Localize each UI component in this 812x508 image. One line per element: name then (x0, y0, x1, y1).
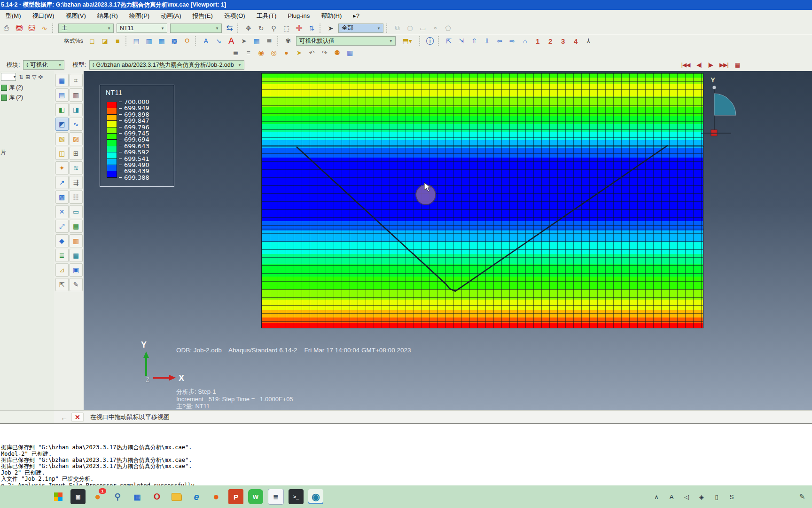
toolbox-button[interactable]: ▤ (55, 88, 69, 102)
tray-pen-icon[interactable]: ✎ (797, 492, 807, 502)
plot-undeformed-icon[interactable]: ▤ (131, 35, 142, 47)
toolbox-button[interactable]: ⇱ (55, 278, 69, 291)
start-button[interactable]: ⊞ (51, 489, 66, 504)
view-preset-2-button[interactable]: 2 (545, 35, 556, 47)
color-code-palette-icon[interactable]: ✾ (282, 35, 294, 47)
app-notepad-button[interactable]: ≣ (268, 489, 284, 505)
tree-pin-icon[interactable]: ✜ (37, 73, 44, 81)
message-log[interactable]: 据库已保存到 "G:\bzhan aba\2023.3.17热力耦合仿真分析\m… (0, 423, 812, 485)
menu-item[interactable]: 工具(T) (251, 10, 282, 22)
annotate-label-icon[interactable]: A (200, 35, 212, 47)
free-body-icon[interactable]: Ω (181, 35, 193, 47)
toolbox-button[interactable]: ⌗ (70, 74, 83, 87)
menu-item[interactable]: 型(M) (0, 10, 27, 22)
model-combo[interactable]: ▴▾ G:/bzhan aba/2023.3.17热力耦合仿真分析/Job-2.… (89, 60, 244, 70)
triad-toggle-icon[interactable]: ⅄ (583, 35, 594, 47)
module-combo[interactable]: ▴▾ 可视化 ▾ (23, 60, 64, 70)
viewport-canvas[interactable]: NT11 700.000699.949699.898699.847699.796… (84, 71, 812, 410)
toolbox-button[interactable]: ▣ (70, 263, 83, 277)
select-cursor-icon[interactable]: ➤ (325, 23, 336, 34)
create-path-icon[interactable]: ≡ (242, 47, 254, 58)
toolbox-button[interactable]: ✦ (55, 161, 69, 175)
toolbox-button[interactable]: ◆ (55, 234, 69, 247)
app-browser-button[interactable]: ● 1 (90, 489, 105, 504)
toolbox-button[interactable]: ✎ (70, 278, 83, 291)
previous-frame-button[interactable]: ◀| (695, 61, 703, 69)
save-model-database-icon[interactable]: ⛃ (13, 23, 25, 34)
toolbox-button[interactable]: ▨ (70, 132, 83, 145)
toolbox-button[interactable]: ✕ (55, 205, 69, 218)
toolbox-button[interactable]: ⇶ (70, 176, 83, 189)
wireframe-render-icon[interactable]: ◻ (86, 35, 98, 47)
annotate-select-icon[interactable]: ➤ (238, 35, 250, 47)
app-edge-button[interactable]: e (189, 489, 204, 504)
app-powerpoint-button[interactable]: P (228, 489, 243, 504)
pan-view-icon[interactable]: ✥ (242, 23, 254, 34)
app-abaqus-button[interactable]: ◉ (308, 489, 323, 504)
menu-item[interactable]: 帮助(H) (315, 10, 347, 22)
view-top-icon[interactable]: ⇧ (468, 35, 480, 47)
color-cube-menu-icon[interactable]: ⬒▾ (398, 35, 417, 47)
tray-volume-icon[interactable]: ◁ (681, 492, 692, 502)
redo-icon[interactable]: ↷ (319, 47, 330, 58)
menu-item[interactable]: 报告(E) (187, 10, 219, 22)
tree-scope-combo[interactable]: ▾ (1, 73, 16, 81)
plot-contour-icon[interactable]: ▦ (156, 35, 168, 47)
toolbox-button[interactable]: ∿ (70, 118, 83, 131)
toolbox-button[interactable]: ▧ (55, 132, 69, 145)
menu-item[interactable]: 结果(R) (92, 10, 124, 22)
toolbox-button[interactable]: ⤢ (55, 220, 69, 233)
field-output-combo[interactable]: NT11▾ (117, 24, 167, 33)
tree-item[interactable]: 库 (2) (0, 83, 54, 93)
view-right-icon[interactable]: ⇨ (507, 35, 518, 47)
view-left-icon[interactable]: ⇦ (494, 35, 506, 47)
toolbox-button[interactable]: ▥ (70, 88, 83, 102)
annotate-text-icon[interactable]: A (226, 35, 237, 47)
stream-icon[interactable]: ⚉ (331, 47, 343, 58)
view-preset-1-button[interactable]: 1 (532, 35, 544, 47)
search-button[interactable]: ⚲ (110, 489, 125, 504)
tray-skype-icon[interactable]: S (726, 492, 737, 502)
primary-variable-combo[interactable]: 主▾ (58, 24, 114, 33)
annotation-list-icon[interactable]: ≣ (264, 35, 275, 47)
toolbox-button[interactable]: ≣ (55, 249, 69, 262)
tray-chevron-icon[interactable]: ∧ (651, 492, 662, 502)
tray-ime-icon[interactable]: A (666, 492, 677, 502)
toolbox-button[interactable]: ⊿ (55, 263, 69, 277)
toolbox-button[interactable]: ▤ (70, 220, 83, 233)
result-table-icon[interactable]: ▦ (344, 47, 356, 58)
app-grid-button[interactable]: ▦ (130, 489, 145, 504)
app-opera-button[interactable]: O (149, 489, 164, 504)
boolean-intersect-icon[interactable]: ◎ (268, 47, 280, 58)
app-wechat-button[interactable]: W (248, 489, 263, 504)
annotate-arrow-icon[interactable]: ↘ (213, 35, 225, 47)
fit-view-icon[interactable]: ✛ (293, 23, 305, 34)
view-bottom-icon[interactable]: ⇩ (481, 35, 493, 47)
print-icon[interactable]: ⎙ (0, 23, 12, 34)
query-info-icon[interactable]: ⓘ (424, 35, 436, 47)
toolbox-button[interactable]: ◫ (55, 147, 69, 160)
toolbox-button[interactable]: ▭ (70, 205, 83, 218)
xy-plot-icon[interactable]: ∿ (39, 23, 50, 34)
rotate-view-icon[interactable]: ↻ (255, 23, 267, 34)
box-zoom-icon[interactable]: ⬚ (281, 23, 292, 34)
menu-item[interactable]: 动画(A) (155, 10, 187, 22)
toolbox-button[interactable]: ☷ (70, 190, 83, 204)
contour-plot[interactable] (261, 73, 703, 328)
menu-item[interactable]: 视口(W) (27, 10, 60, 22)
boolean-union-icon[interactable]: ◉ (255, 47, 267, 58)
toolbox-button[interactable]: ▥ (70, 234, 83, 247)
tray-network-icon[interactable]: ◈ (696, 492, 707, 502)
view-preset-3-button[interactable]: 3 (557, 35, 569, 47)
tree-expand-icon[interactable]: ⊞ (24, 73, 31, 81)
menu-item[interactable]: 视图(V) (60, 10, 91, 22)
tree-sort-icon[interactable]: ⇅ (18, 73, 24, 81)
toolbox-button[interactable]: ↗ (55, 176, 69, 189)
view-cut-icon[interactable]: ➤ (293, 47, 305, 58)
next-frame-button[interactable]: |▶ (706, 61, 715, 69)
menu-item[interactable]: Plug-ins (282, 11, 315, 21)
tree-item[interactable]: 库 (2) (0, 93, 54, 103)
boolean-circle-icon[interactable]: ● (281, 47, 292, 58)
plot-both-icon[interactable]: ▩ (169, 35, 180, 47)
cycle-views-icon[interactable]: ⇅ (306, 23, 318, 34)
